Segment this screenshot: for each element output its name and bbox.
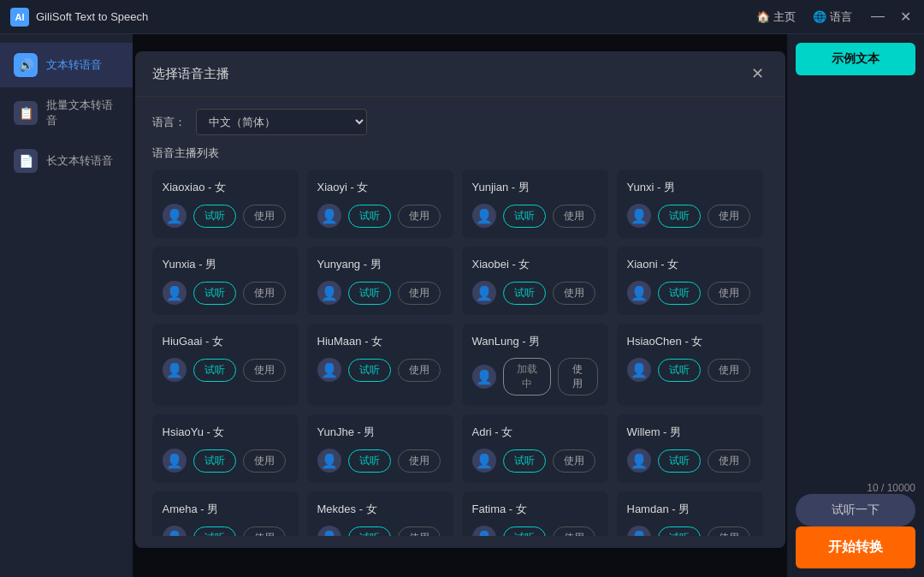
voice-avatar: 👤 xyxy=(317,449,341,473)
voice-preview-button[interactable]: 试听 xyxy=(348,282,391,305)
main-layout: 🔊 文本转语音 📋 批量文本转语音 📄 长文本转语音 选择语音主播 ✕ 语言： xyxy=(0,34,924,577)
voice-use-button[interactable]: 使用 xyxy=(553,282,595,305)
voice-avatar: 👤 xyxy=(627,204,651,228)
voice-preview-button[interactable]: 加载中 xyxy=(503,358,552,396)
voice-card: WanLung - 男👤加载中使用 xyxy=(462,324,608,406)
voice-use-button[interactable]: 使用 xyxy=(708,449,750,473)
sidebar-label-text-to-speech: 文本转语音 xyxy=(46,57,102,73)
voice-use-button[interactable]: 使用 xyxy=(243,205,286,228)
language-select[interactable]: 中文（简体） xyxy=(196,109,367,135)
voice-actions: 👤试听使用 xyxy=(163,526,288,536)
voice-card: HsiaoChen - 女👤试听使用 xyxy=(617,324,763,406)
close-button[interactable]: ✕ xyxy=(897,9,914,25)
voice-actions: 👤试听使用 xyxy=(163,204,288,228)
voice-actions: 👤试听使用 xyxy=(627,204,753,228)
voice-use-button[interactable]: 使用 xyxy=(553,205,595,228)
voice-card: Yunjian - 男👤试听使用 xyxy=(462,170,608,238)
voice-use-button[interactable]: 使用 xyxy=(243,359,286,382)
voice-use-button[interactable]: 使用 xyxy=(243,449,286,473)
globe-icon: 🌐 xyxy=(813,10,826,23)
voice-preview-button[interactable]: 试听 xyxy=(503,526,546,537)
voice-actions: 👤试听使用 xyxy=(163,358,288,382)
voice-avatar: 👤 xyxy=(627,449,651,473)
voice-preview-button[interactable]: 试听 xyxy=(193,205,236,228)
voice-preview-button[interactable]: 试听 xyxy=(658,205,701,228)
modal-title: 选择语音主播 xyxy=(152,66,229,82)
voice-preview-button[interactable]: 试听 xyxy=(658,282,701,305)
voice-name: Xiaoni - 女 xyxy=(627,257,753,272)
voice-grid-container[interactable]: Xiaoxiao - 女👤试听使用Xiaoyi - 女👤试听使用Yunjian … xyxy=(152,170,768,536)
voice-preview-button[interactable]: 试听 xyxy=(348,359,391,382)
language-nav[interactable]: 🌐 语言 xyxy=(813,9,852,25)
voice-preview-button[interactable]: 试听 xyxy=(658,449,701,473)
voice-actions: 👤试听使用 xyxy=(317,526,443,536)
voice-card: Willem - 男👤试听使用 xyxy=(617,414,763,483)
voice-actions: 👤试听使用 xyxy=(163,281,288,305)
voice-name: Yunxia - 男 xyxy=(163,257,288,272)
lang-label: 语言： xyxy=(152,115,186,130)
content-area: 选择语音主播 ✕ 语言： 中文（简体） 语音主播列表 Xiaoxiao - 女👤… xyxy=(133,34,787,577)
sidebar-item-text-to-speech[interactable]: 🔊 文本转语音 xyxy=(0,43,133,87)
minimize-button[interactable]: — xyxy=(869,9,886,25)
voice-avatar: 👤 xyxy=(317,358,341,382)
voice-actions: 👤试听使用 xyxy=(317,204,443,228)
voice-use-button[interactable]: 使用 xyxy=(243,282,286,305)
voice-preview-button[interactable]: 试听 xyxy=(503,205,546,228)
voice-use-button[interactable]: 使用 xyxy=(243,526,286,537)
voice-use-button[interactable]: 使用 xyxy=(398,526,441,537)
voice-preview-button[interactable]: 试听 xyxy=(193,282,236,305)
voice-use-button[interactable]: 使用 xyxy=(553,526,595,537)
voice-actions: 👤试听使用 xyxy=(317,281,443,305)
voice-use-button[interactable]: 使用 xyxy=(553,449,595,473)
voice-preview-button[interactable]: 试听 xyxy=(503,282,546,305)
voice-avatar: 👤 xyxy=(317,526,341,536)
voice-name: HiuMaan - 女 xyxy=(317,334,443,349)
voice-actions: 👤试听使用 xyxy=(163,449,288,473)
voice-preview-button[interactable]: 试听 xyxy=(348,449,391,473)
voice-preview-button[interactable]: 试听 xyxy=(348,205,391,228)
voice-preview-button[interactable]: 试听 xyxy=(348,526,391,537)
demo-text-button[interactable]: 示例文本 xyxy=(796,43,915,75)
voice-preview-button[interactable]: 试听 xyxy=(503,449,546,473)
voice-use-button[interactable]: 使用 xyxy=(708,359,750,382)
convert-button[interactable]: 开始转换 xyxy=(796,526,915,568)
voice-card: YunJhe - 男👤试听使用 xyxy=(307,414,453,483)
voice-actions: 👤试听使用 xyxy=(627,526,753,536)
voice-use-button[interactable]: 使用 xyxy=(398,449,441,473)
preview-button[interactable]: 试听一下 xyxy=(796,494,915,526)
language-row: 语言： 中文（简体） xyxy=(152,109,768,135)
home-icon: 🏠 xyxy=(756,10,770,23)
voice-avatar: 👤 xyxy=(317,204,341,228)
voice-card: Xiaoyi - 女👤试听使用 xyxy=(307,170,453,238)
voice-use-button[interactable]: 使用 xyxy=(398,205,441,228)
voice-card: Adri - 女👤试听使用 xyxy=(462,414,608,483)
sidebar-item-batch[interactable]: 📋 批量文本转语音 xyxy=(0,87,133,139)
home-nav[interactable]: 🏠 主页 xyxy=(756,9,796,25)
voice-name: Ameha - 男 xyxy=(163,502,288,517)
voice-use-button[interactable]: 使用 xyxy=(558,358,597,396)
modal-close-button[interactable]: ✕ xyxy=(748,63,768,84)
voice-preview-button[interactable]: 试听 xyxy=(658,359,701,382)
voice-card: HiuGaai - 女👤试听使用 xyxy=(152,324,299,406)
voice-preview-button[interactable]: 试听 xyxy=(658,526,701,537)
voice-use-button[interactable]: 使用 xyxy=(398,282,441,305)
voice-use-button[interactable]: 使用 xyxy=(708,282,750,305)
text-to-speech-icon: 🔊 xyxy=(14,53,38,77)
voice-actions: 👤试听使用 xyxy=(472,204,598,228)
voice-preview-button[interactable]: 试听 xyxy=(193,526,236,537)
voice-preview-button[interactable]: 试听 xyxy=(193,359,236,382)
voice-name: Yunjian - 男 xyxy=(472,180,598,195)
voice-card: Yunxi - 男👤试听使用 xyxy=(617,170,763,238)
voice-name: HsiaoYu - 女 xyxy=(163,425,288,440)
voice-actions: 👤试听使用 xyxy=(317,449,443,473)
voice-preview-button[interactable]: 试听 xyxy=(193,449,236,473)
voice-list-label: 语音主播列表 xyxy=(152,146,768,161)
voice-use-button[interactable]: 使用 xyxy=(708,205,750,228)
voice-use-button[interactable]: 使用 xyxy=(708,526,750,537)
voice-actions: 👤加载中使用 xyxy=(472,358,598,396)
voice-name: Willem - 男 xyxy=(627,425,753,440)
batch-icon: 📋 xyxy=(14,101,38,125)
voice-avatar: 👤 xyxy=(472,281,496,305)
voice-use-button[interactable]: 使用 xyxy=(398,359,441,382)
sidebar-item-long-text[interactable]: 📄 长文本转语音 xyxy=(0,139,133,183)
